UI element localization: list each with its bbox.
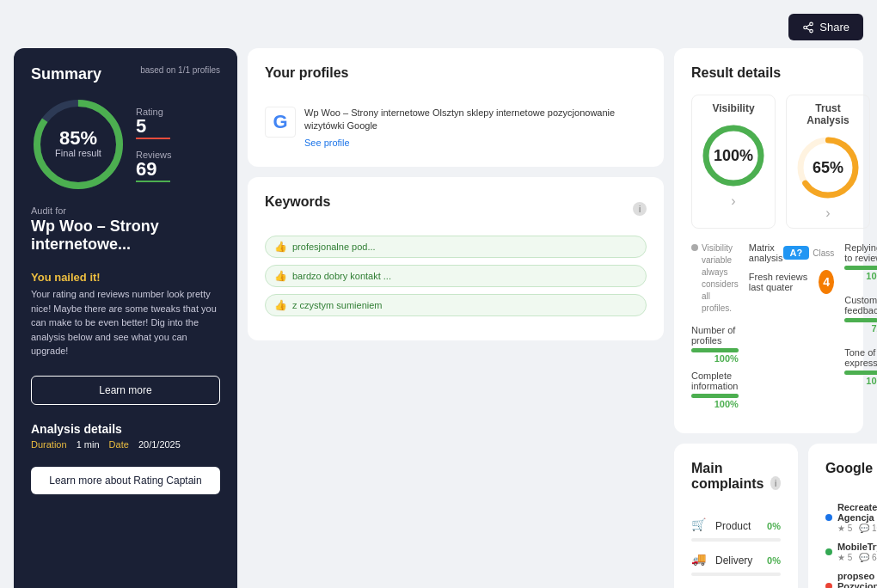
keywords-info-icon[interactable]: i [633,202,647,216]
competitors-card: Google competitors i Recreate | Agencja … [808,444,877,588]
comp1-reviews: 💬 102 [859,524,877,533]
complaints-card: Main complaints i 🛒 Product 0% 🚚 Deliver… [674,444,798,588]
matrix-class: Class [813,248,834,258]
tone-stat: Tone of expression 100% [844,347,877,386]
delivery-bar [691,573,781,576]
complaints-info-icon[interactable]: i [770,476,781,490]
complaint-item-delivery: 🚚 Delivery 0% [691,552,781,576]
audit-info: Audit for Wp Woo – Strony internetowe... [31,202,220,254]
feedback-stat: Customer feedback 72% [844,295,877,334]
fresh-badge: 4 [819,270,834,294]
product-bar [691,538,781,542]
share-icon [802,21,814,34]
trust-metric: Trust Analysis 65% › [786,95,870,229]
comp-dot-3 [825,583,832,588]
profile-text: Wp Woo – Strony internetowe Olsztyn skle… [304,107,647,150]
visibility-circle: 100% [699,121,768,190]
delivery-icon: 🚚 [691,552,708,569]
bottom-row: Main complaints i 🛒 Product 0% 🚚 Deliver… [674,444,863,588]
keywords-card: Keywords i 👍 profesjonalne pod... 👍 bard… [248,177,664,340]
reviews-meta: Reviews 69 [136,150,172,182]
visibility-note: Visibility variable always considers all… [691,242,739,315]
summary-panel: Summary based on 1/1 profiles 85% Final … [14,48,237,588]
competitors-title: Google competitors [825,461,877,476]
comp1-stars: ★ 5 [837,524,852,533]
competitors-layout: Recreate | Agencja M... ★ 5 💬 102 Mobile… [825,502,877,588]
svg-point-2 [810,29,813,33]
comp-dot-1 [825,514,832,521]
result-details-title: Result details [691,65,846,81]
details-bottom: Visibility variable always considers all… [691,242,846,416]
nailed-it-section: You nailed it! Your rating and reviews n… [31,264,220,358]
comp-dot-2 [825,548,832,555]
keywords-title: Keywords [265,194,330,210]
keyword-tag-3: 👍 z czystym sumieniem [265,294,647,316]
learn-more-button[interactable]: Learn more [31,376,220,405]
replying-stat: Replying to reviews 100% [844,242,877,281]
rating-meta: Rating 5 [136,107,172,139]
matrix-analysis-row: Matrix analysis A? Class [749,242,834,263]
visibility-metric: Visibility 100% › [691,95,776,229]
competitor-1: Recreate | Agencja M... ★ 5 💬 102 [825,502,877,533]
svg-point-1 [804,26,807,29]
thumb-icon-2: 👍 [274,270,287,282]
comp-info-1: Recreate | Agencja M... ★ 5 💬 102 [837,502,877,533]
competitor-2: MobileTry ★ 5 💬 64 [825,542,877,562]
thumb-icon: 👍 [274,241,287,253]
profile-logo: G [265,107,296,138]
svg-point-0 [810,22,813,26]
complaint-item-product: 🛒 Product 0% [691,518,781,542]
comp2-reviews: 💬 64 [859,553,877,562]
profiles-card: Your profiles G Wp Woo – Strony internet… [248,48,664,167]
profiles-title: Your profiles [265,65,349,81]
final-score-circle: 85% Final result [31,97,126,192]
analysis-details: Analysis details Duration 1 min Date 20/… [31,422,220,450]
replies-col: Replying to reviews 100% Customer feedba… [844,242,877,393]
see-profile-link[interactable]: See profile [304,137,647,150]
final-label: Final result [55,148,101,159]
comp-info-2: MobileTry ★ 5 💬 64 [837,542,877,562]
matrix-badge: A? [783,246,810,260]
comp-info-3: propseo | Pozycjonow... ★ 4.7 💬 47 [837,571,877,588]
final-percent: 85% [55,129,101,148]
svg-line-4 [806,24,810,26]
comp2-stars: ★ 5 [837,553,852,562]
thumb-icon-3: 👍 [274,299,287,311]
competitor-3: propseo | Pozycjonow... ★ 4.7 💬 47 [825,571,877,588]
matrix-col: Matrix analysis A? Class Fresh reviews l… [749,242,834,294]
left-detail-col: Visibility variable always considers all… [691,242,739,416]
trust-circle: 65% [794,133,862,202]
visibility-next[interactable]: › [699,193,768,209]
product-icon: 🛒 [691,518,708,535]
complaints-title: Main complaints [691,461,770,492]
learn-more-rating-captain-button[interactable]: Learn more about Rating Captain [31,467,220,494]
svg-line-3 [806,28,810,29]
right-panel: Your profiles G Wp Woo – Strony internet… [248,48,664,588]
keyword-tag-2: 👍 bardzo dobry kontakt ... [265,265,647,287]
share-button[interactable]: Share [788,14,863,40]
competitors-list: Recreate | Agencja M... ★ 5 💬 102 Mobile… [825,502,877,588]
trust-next[interactable]: › [794,205,862,221]
result-details-card: Result details Visibility 100% › Trust A… [674,48,863,433]
profile-entry: G Wp Woo – Strony internetowe Olsztyn sk… [265,107,647,150]
summary-title: Summary [31,65,101,83]
fresh-reviews-row: Fresh reviews last quater 4 [749,270,834,294]
profiles-stat: Number of profiles 100% Complete informa… [691,325,739,409]
keyword-tag-1: 👍 profesjonalne pod... [265,236,647,258]
metrics-row: Visibility 100% › Trust Analysis [691,95,846,229]
based-on-text: based on 1/1 profiles [140,65,220,75]
